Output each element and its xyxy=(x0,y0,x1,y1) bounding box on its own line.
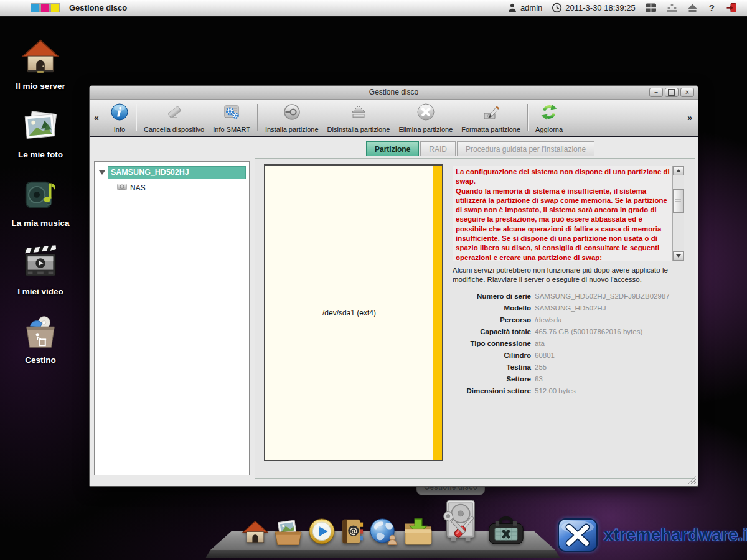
disk-info-panel: La configurazione del sistema non dispon… xyxy=(453,166,684,394)
toolbar-separator xyxy=(257,104,258,131)
window-titlebar[interactable]: Gestione disco – × xyxy=(90,86,698,100)
service-notice-text: Alcuni servizi potrebbero non funzionare… xyxy=(453,266,684,284)
scroll-up-button[interactable] xyxy=(673,166,684,175)
detail-label: Modello xyxy=(453,304,531,312)
device-tree-panel: SAMSUNG_HD502HJ NAS xyxy=(94,161,250,475)
refresh-button[interactable]: Aggiorna xyxy=(531,100,567,136)
dock: @ xyxy=(205,497,560,560)
dock-media-player-icon[interactable] xyxy=(308,518,336,548)
tree-node-nas-label: NAS xyxy=(130,184,146,192)
clock: 2011-3-30 18:39:25 xyxy=(552,2,636,13)
tab-raid[interactable]: RAID xyxy=(420,141,456,156)
desktop-icon-my-photos[interactable]: Le mie foto xyxy=(6,91,75,159)
detail-value: SAMSUNG_HD502HJ xyxy=(535,304,684,312)
trash-icon xyxy=(21,312,60,352)
desktop-icon-my-videos[interactable]: I miei video xyxy=(6,228,75,296)
toolbar-overflow-left[interactable]: « xyxy=(94,113,99,123)
delete-partition-button[interactable]: Elimina partizione xyxy=(394,100,457,136)
partition-content-panel: /dev/sda1 (ext4) La configurazione del s… xyxy=(255,158,695,479)
help-icon[interactable]: ? xyxy=(707,2,716,13)
window-title: Gestione disco xyxy=(369,88,418,96)
arrow-down-icon xyxy=(676,254,681,258)
eject-icon[interactable] xyxy=(687,3,698,12)
detail-label: Testina xyxy=(453,363,531,371)
datetime: 2011-3-30 18:39:25 xyxy=(565,3,636,12)
tree-expand-icon[interactable] xyxy=(99,170,105,175)
detail-value: SAMSUNG_HD502HJ_S2DFJ9BZB02987 xyxy=(535,292,684,300)
swap-warning-box: La configurazione del sistema non dispon… xyxy=(453,166,684,261)
erase-device-button[interactable]: Cancella dispositivo xyxy=(139,100,209,136)
detail-value: 60801 xyxy=(535,352,684,359)
dock-photos-icon[interactable] xyxy=(274,519,303,548)
menubar-title: Gestione disco xyxy=(69,3,127,12)
info-button[interactable]: Info xyxy=(106,100,133,136)
dock-web-icon[interactable] xyxy=(369,518,398,548)
logout-icon[interactable] xyxy=(726,2,737,13)
unmount-partition-button[interactable]: Disinstalla partizione xyxy=(323,100,395,136)
refresh-icon xyxy=(540,103,558,124)
arrow-up-icon xyxy=(676,169,681,172)
toolbar: « Info xyxy=(90,100,698,137)
desktop-icon-trash[interactable]: Cestino xyxy=(6,296,75,365)
tree-node-disk-label[interactable]: SAMSUNG_HD502HJ xyxy=(108,166,246,179)
windows-icon[interactable] xyxy=(645,2,657,13)
system-logo xyxy=(31,4,59,12)
svg-text:@: @ xyxy=(349,526,358,536)
dock-platform-front xyxy=(205,550,560,558)
toolbar-separator xyxy=(527,104,529,131)
info-icon xyxy=(110,103,129,124)
disk-details-list: Numero di serieSAMSUNG_HD502HJ_S2DFJ9BZB… xyxy=(453,292,684,394)
desktop-icon-my-music[interactable]: La mia musica xyxy=(6,159,75,228)
clock-icon xyxy=(552,2,562,13)
delete-circle-icon xyxy=(416,103,435,124)
dock-downloads-icon[interactable] xyxy=(403,518,433,548)
dock-contacts-icon[interactable]: @ xyxy=(341,518,364,548)
network-icon[interactable] xyxy=(666,3,678,12)
warning-scrollbar[interactable] xyxy=(672,166,684,261)
dock-disk-management-icon[interactable] xyxy=(439,499,482,548)
format-partition-button[interactable]: Formatta partizione xyxy=(457,100,525,136)
detail-label: Numero di serie xyxy=(453,292,531,300)
close-button[interactable]: × xyxy=(680,88,694,97)
mount-partition-button[interactable]: Installa partizione xyxy=(261,100,323,136)
disk-gears-icon xyxy=(222,103,241,124)
disk-icon xyxy=(117,182,127,194)
detail-value: ata xyxy=(535,340,684,347)
swap-warning-text: La configurazione del sistema non dispon… xyxy=(453,166,672,261)
logo-square-blue xyxy=(31,4,39,12)
tree-node-disk[interactable]: SAMSUNG_HD502HJ xyxy=(99,166,246,179)
tab-setup-wizard[interactable]: Procedura guidata per l'installazione xyxy=(457,141,594,156)
scroll-down-button[interactable] xyxy=(673,251,684,261)
dock-home-icon[interactable] xyxy=(242,520,268,548)
toolbar-separator xyxy=(136,104,137,131)
user-icon xyxy=(507,2,517,13)
user-menu[interactable]: admin xyxy=(507,2,542,13)
partition-strip xyxy=(433,166,442,460)
eject-partition-icon xyxy=(349,103,368,124)
desktop-icon-column: Il mio server Le mie foto xyxy=(6,22,75,365)
detail-label: Tipo connessione xyxy=(453,340,531,347)
scrollbar-thumb[interactable] xyxy=(673,189,684,213)
toolbar-overflow-right[interactable]: » xyxy=(687,113,692,123)
dock-toolbox-icon[interactable] xyxy=(488,516,524,548)
scrollbar-track[interactable] xyxy=(673,175,684,251)
detail-label: Settore xyxy=(453,375,531,383)
detail-label: Cilindro xyxy=(453,352,531,359)
smart-info-button[interactable]: Info SMART xyxy=(209,100,255,136)
detail-value: /dev/sda xyxy=(535,316,684,324)
tree-node-nas[interactable]: NAS xyxy=(117,182,249,194)
tab-partizione[interactable]: Partizione xyxy=(366,141,419,156)
detail-label: Dimensioni settore xyxy=(453,387,531,394)
maximize-button[interactable] xyxy=(665,88,679,97)
logo-square-magenta xyxy=(41,4,49,12)
tab-bar: Partizione RAID Procedura guidata per l'… xyxy=(366,141,596,156)
maximize-icon xyxy=(668,89,675,96)
detail-value: 512.00 bytes xyxy=(535,387,684,394)
detail-label: Capacità totale xyxy=(453,328,531,335)
video-icon xyxy=(21,244,60,284)
desktop-icon-my-server[interactable]: Il mio server xyxy=(6,22,75,91)
partition-map[interactable]: /dev/sda1 (ext4) xyxy=(264,164,443,461)
minimize-button[interactable]: – xyxy=(649,88,663,97)
format-pencil-icon xyxy=(482,103,500,124)
disk-management-window: Gestione disco – × « Info xyxy=(89,85,698,487)
